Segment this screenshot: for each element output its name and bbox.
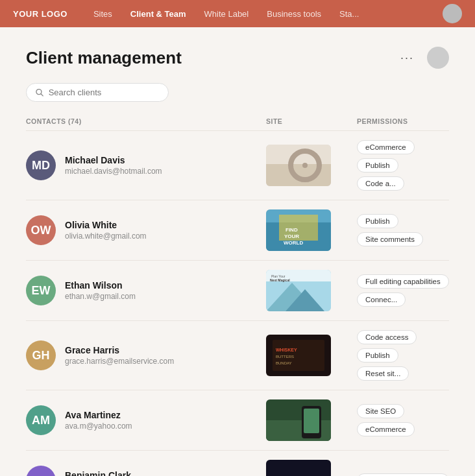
- site-thumbnail[interactable]: Plan Your Next Magical: [266, 270, 331, 311]
- nav-business-tools[interactable]: Business tools: [267, 9, 321, 19]
- client-name: Benjamin Clark: [65, 470, 131, 476]
- site-thumbnail[interactable]: [266, 145, 331, 186]
- client-email: ava.m@yahoo.com: [65, 422, 132, 431]
- nav-stats[interactable]: Sta...: [339, 9, 359, 19]
- nav-user-avatar[interactable]: [443, 4, 462, 23]
- client-details: Olivia White olivia.white@gmail.com: [65, 220, 147, 241]
- client-email: grace.harris@emailservice.com: [65, 357, 174, 366]
- client-details: Benjamin Clark benji@gmail.com: [65, 470, 131, 476]
- svg-text:WHISKEY: WHISKEY: [276, 348, 297, 352]
- search-icon: [36, 88, 43, 97]
- avatar-initials: EW: [26, 276, 56, 305]
- avatar-initials: OW: [26, 215, 56, 245]
- svg-text:BUTTERS: BUTTERS: [276, 355, 294, 359]
- permission-tag: Publish: [357, 158, 398, 173]
- client-avatar: GH: [26, 340, 56, 370]
- client-email: ethan.w@gmail.com: [65, 292, 136, 301]
- client-row: GH Grace Harris grace.harris@emailservic…: [26, 321, 449, 390]
- permission-tag: Site SEO: [357, 404, 404, 418]
- client-row: BC Benjamin Clark benji@gmail.com FITNES…: [26, 451, 449, 476]
- client-row: EW Ethan Wilson ethan.w@gmail.com Plan Y…: [26, 261, 449, 321]
- table-header: CONTACTS (74) SITE PERMISSIONS: [26, 117, 449, 131]
- more-options-button[interactable]: ···: [395, 49, 419, 67]
- page-title: Client management: [26, 48, 182, 68]
- permissions-list: Full editing capabilitiesConnec...: [357, 274, 449, 307]
- permissions-list: PublishSite comments: [357, 214, 449, 246]
- avatar-initials: BC: [26, 466, 56, 476]
- client-info: OW Olivia White olivia.white@gmail.com: [26, 215, 266, 245]
- client-name: Ethan Wilson: [65, 280, 136, 291]
- avatar-initials: GH: [26, 340, 56, 370]
- permission-tag: Publish: [357, 348, 398, 363]
- permissions-list: Full editing capabilities: [357, 473, 449, 476]
- page-content: Client management ··· CONTACTS (74) SITE…: [0, 27, 475, 476]
- client-name: Olivia White: [65, 220, 147, 230]
- svg-text:BUNDAY: BUNDAY: [276, 361, 292, 365]
- client-info: MD Michael Davis michael.davis@hotmail.c…: [26, 150, 266, 180]
- permission-tag: Site comments: [357, 232, 423, 246]
- col-permissions: PERMISSIONS: [357, 117, 449, 125]
- client-info: BC Benjamin Clark benji@gmail.com: [26, 466, 266, 476]
- logo: YOUR LOGO: [13, 9, 67, 19]
- nav-links: Sites Client & Team White Label Business…: [93, 9, 422, 19]
- col-site: SITE: [266, 117, 357, 125]
- permissions-list: Code accessPublishReset sit...: [357, 330, 449, 381]
- col-contacts: CONTACTS (74): [26, 117, 266, 125]
- client-avatar: BC: [26, 466, 56, 476]
- svg-text:YOUR: YOUR: [284, 233, 299, 239]
- client-row: AM Ava Martinez ava.m@yahoo.com Site SEO…: [26, 390, 449, 451]
- client-email: olivia.white@gmail.com: [65, 232, 147, 241]
- permission-tag: eCommerce: [357, 140, 415, 154]
- client-avatar: MD: [26, 150, 56, 180]
- svg-point-5: [302, 163, 308, 168]
- site-thumbnail[interactable]: [266, 399, 331, 441]
- svg-rect-27: [266, 460, 331, 476]
- avatar-initials: AM: [26, 405, 56, 435]
- page-header: Client management ···: [26, 47, 449, 69]
- permission-tag: Full editing capabilities: [357, 274, 449, 289]
- client-info: GH Grace Harris grace.harris@emailservic…: [26, 340, 266, 370]
- client-details: Michael Davis michael.davis@hotmail.com: [65, 155, 162, 176]
- client-details: Ethan Wilson ethan.w@gmail.com: [65, 280, 136, 301]
- permission-tag: Reset sit...: [357, 366, 409, 381]
- navbar: YOUR LOGO Sites Client & Team White Labe…: [0, 0, 475, 27]
- nav-sites[interactable]: Sites: [93, 9, 112, 19]
- nav-white-label[interactable]: White Label: [204, 9, 249, 19]
- client-row: OW Olivia White olivia.white@gmail.com F…: [26, 200, 449, 261]
- client-info: AM Ava Martinez ava.m@yahoo.com: [26, 405, 266, 435]
- permission-tag: Full editing capabilities: [357, 473, 449, 476]
- client-avatar: AM: [26, 405, 56, 435]
- header-actions: ···: [395, 47, 449, 69]
- site-thumbnail[interactable]: WHISKEY BUTTERS BUNDAY: [266, 335, 331, 376]
- client-avatar: OW: [26, 215, 56, 245]
- permission-tag: Connec...: [357, 292, 406, 307]
- svg-text:WORLD: WORLD: [284, 240, 303, 246]
- nav-client-team[interactable]: Client & Team: [130, 9, 186, 19]
- permissions-list: eCommercePublishCode a...: [357, 140, 449, 191]
- svg-line-1: [41, 94, 43, 96]
- permissions-list: Site SEOeCommerce: [357, 404, 449, 436]
- client-row: MD Michael Davis michael.davis@hotmail.c…: [26, 131, 449, 200]
- svg-rect-26: [304, 409, 319, 433]
- client-name: Michael Davis: [65, 155, 162, 165]
- client-details: Ava Martinez ava.m@yahoo.com: [65, 410, 132, 431]
- user-avatar[interactable]: [427, 47, 449, 69]
- client-details: Grace Harris grace.harris@emailservice.c…: [65, 345, 174, 366]
- permission-tag: Code access: [357, 330, 417, 344]
- permission-tag: eCommerce: [357, 422, 415, 436]
- client-email: michael.davis@hotmail.com: [65, 167, 162, 176]
- avatar-initials: MD: [26, 150, 56, 180]
- search-bar[interactable]: [26, 83, 169, 102]
- svg-text:FIND: FIND: [286, 227, 298, 233]
- site-thumbnail[interactable]: FIND YOUR WORLD: [266, 209, 331, 251]
- search-input[interactable]: [49, 88, 159, 97]
- client-name: Grace Harris: [65, 345, 174, 355]
- client-name: Ava Martinez: [65, 410, 132, 420]
- svg-text:Next Magical: Next Magical: [270, 278, 290, 282]
- permission-tag: Publish: [357, 214, 398, 228]
- client-avatar: EW: [26, 276, 56, 305]
- client-list: MD Michael Davis michael.davis@hotmail.c…: [26, 131, 449, 476]
- client-info: EW Ethan Wilson ethan.w@gmail.com: [26, 276, 266, 305]
- permission-tag: Code a...: [357, 176, 404, 191]
- site-thumbnail[interactable]: FITNESS: [266, 460, 331, 476]
